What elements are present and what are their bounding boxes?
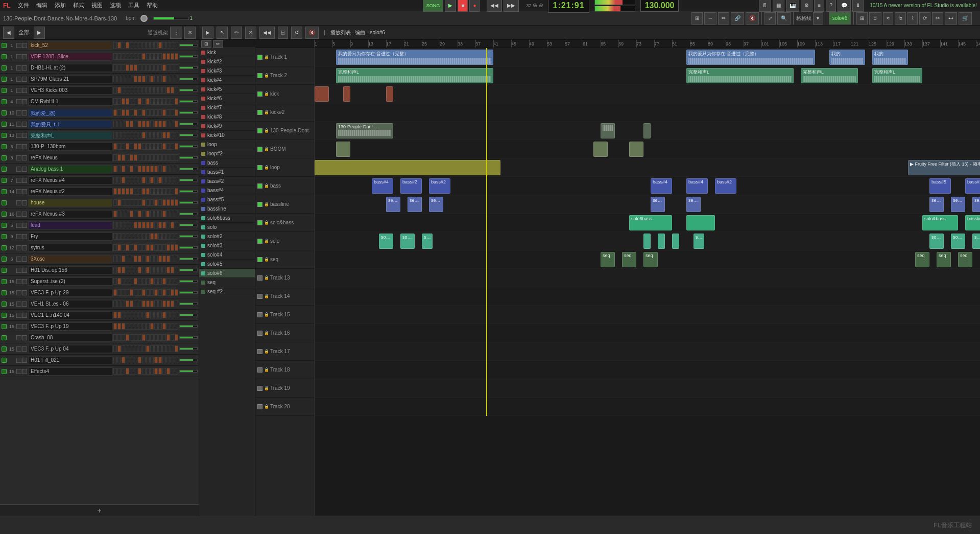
arrow-tool[interactable]: → bbox=[704, 12, 716, 25]
step-pad[interactable] bbox=[126, 345, 129, 352]
step-pad[interactable] bbox=[175, 289, 178, 296]
channel-row[interactable]: 14reFX Nexus #2 bbox=[0, 186, 199, 197]
menu-view[interactable]: 视图 bbox=[88, 1, 106, 10]
pattern-item[interactable]: bass#2 bbox=[199, 177, 255, 186]
channel-volume[interactable] bbox=[179, 190, 198, 193]
channel-led[interactable] bbox=[2, 358, 7, 363]
track-mute-btn[interactable] bbox=[257, 294, 262, 299]
playlist-btn[interactable]: ≡ bbox=[814, 0, 824, 12]
track-row[interactable] bbox=[315, 398, 980, 416]
step-pad[interactable] bbox=[158, 87, 162, 94]
step-pad[interactable] bbox=[130, 357, 133, 363]
menu-style[interactable]: 样式 bbox=[70, 1, 87, 10]
track-mute-btn[interactable] bbox=[257, 183, 262, 189]
track-mute-btn[interactable] bbox=[257, 257, 262, 262]
channel-solo-btn[interactable] bbox=[22, 133, 27, 138]
channel-mute-btn[interactable] bbox=[16, 301, 21, 307]
step-pad[interactable] bbox=[154, 76, 158, 82]
pattern-item[interactable]: loop#2 bbox=[199, 149, 255, 158]
step-pad[interactable] bbox=[171, 177, 174, 183]
step-pad[interactable] bbox=[154, 109, 158, 116]
pattern-item[interactable]: seq bbox=[199, 278, 255, 287]
channel-solo-btn[interactable] bbox=[22, 65, 27, 71]
pattern-block[interactable]: so_4 bbox=[422, 234, 433, 249]
step-pad[interactable] bbox=[113, 211, 117, 217]
channel-led[interactable] bbox=[2, 144, 7, 149]
step-pad[interactable] bbox=[142, 166, 146, 172]
channel-led[interactable] bbox=[2, 245, 7, 250]
channel-solo-btn[interactable] bbox=[22, 245, 27, 250]
pattern-item[interactable]: kick#2 bbox=[199, 57, 255, 66]
step-pad[interactable] bbox=[138, 76, 141, 82]
step-pad[interactable] bbox=[130, 154, 133, 161]
track-mute-btn[interactable] bbox=[257, 55, 262, 60]
pl-rewind-tool[interactable]: ◀◀ bbox=[259, 27, 275, 39]
step-pad[interactable] bbox=[171, 211, 174, 217]
step-pad[interactable] bbox=[171, 166, 174, 172]
channel-led[interactable] bbox=[2, 346, 7, 352]
channel-led[interactable] bbox=[2, 99, 7, 104]
step-pad[interactable] bbox=[175, 357, 178, 363]
channel-solo-btn[interactable] bbox=[22, 223, 27, 228]
step-pad[interactable] bbox=[175, 64, 178, 71]
step-pad[interactable] bbox=[150, 233, 154, 240]
step-pad[interactable] bbox=[175, 188, 178, 195]
channel-name[interactable]: kick_52 bbox=[28, 41, 112, 50]
step-pad[interactable] bbox=[162, 222, 166, 228]
step-pad[interactable] bbox=[130, 334, 133, 341]
step-pad[interactable] bbox=[146, 42, 150, 49]
step-pad[interactable] bbox=[113, 312, 117, 318]
step-pad[interactable] bbox=[142, 121, 146, 127]
pattern-block[interactable]: 完整和声L bbox=[872, 68, 922, 83]
channel-led[interactable] bbox=[2, 65, 7, 71]
step-seq-btn[interactable]: ⚙ bbox=[801, 0, 812, 12]
step-pad[interactable] bbox=[126, 244, 129, 251]
step-pad[interactable] bbox=[142, 64, 146, 71]
step-pad[interactable] bbox=[175, 143, 178, 150]
step-pad[interactable] bbox=[126, 87, 129, 94]
step-pad[interactable] bbox=[146, 211, 150, 217]
step-pad[interactable] bbox=[130, 132, 133, 138]
step-pad[interactable] bbox=[138, 64, 141, 71]
channel-led[interactable] bbox=[2, 335, 7, 340]
step-pad[interactable] bbox=[130, 53, 133, 60]
step-pad[interactable] bbox=[171, 256, 174, 262]
step-pad[interactable] bbox=[126, 233, 129, 240]
step-pad[interactable] bbox=[171, 87, 174, 94]
step-pad[interactable] bbox=[117, 132, 121, 138]
menu-add[interactable]: 添加 bbox=[52, 1, 69, 10]
step-pad[interactable] bbox=[154, 64, 158, 71]
step-pad[interactable] bbox=[162, 199, 166, 206]
step-pad[interactable] bbox=[158, 154, 162, 161]
channel-name[interactable]: CM RvbHi-1 bbox=[28, 98, 112, 106]
step-pad[interactable] bbox=[122, 368, 125, 375]
channel-led[interactable] bbox=[2, 167, 7, 172]
step-pad[interactable] bbox=[117, 121, 121, 127]
stop-btn[interactable]: ■ bbox=[458, 0, 468, 12]
step-pad[interactable] bbox=[175, 256, 178, 262]
step-pad[interactable] bbox=[171, 278, 174, 285]
step-pad[interactable] bbox=[146, 278, 150, 285]
step-pad[interactable] bbox=[134, 177, 137, 183]
track-mute-btn[interactable] bbox=[257, 73, 262, 78]
channel-row[interactable]: 1SP79M Claps 21 bbox=[0, 74, 199, 85]
step-pad[interactable] bbox=[171, 154, 174, 161]
channel-row[interactable]: H01 Fill_021 bbox=[0, 355, 199, 366]
channel-led[interactable] bbox=[2, 155, 7, 160]
step-pad[interactable] bbox=[134, 267, 137, 273]
step-pad[interactable] bbox=[154, 334, 158, 341]
channel-volume[interactable] bbox=[179, 179, 198, 181]
step-pad[interactable] bbox=[162, 188, 166, 195]
channel-solo-btn[interactable] bbox=[22, 324, 27, 329]
pattern-block[interactable]: bass#2 bbox=[429, 178, 450, 194]
track-mute-btn[interactable] bbox=[257, 165, 262, 170]
step-pad[interactable] bbox=[113, 300, 117, 307]
step-pad[interactable] bbox=[130, 143, 133, 150]
step-pad[interactable] bbox=[122, 132, 125, 138]
track-mute-btn[interactable] bbox=[257, 367, 262, 373]
cart-btn[interactable]: 🛒 bbox=[959, 12, 972, 25]
step-pad[interactable] bbox=[175, 368, 178, 375]
step-pad[interactable] bbox=[130, 87, 133, 94]
step-pad[interactable] bbox=[130, 289, 133, 296]
pattern-block[interactable]: 完整和声L bbox=[686, 68, 794, 83]
